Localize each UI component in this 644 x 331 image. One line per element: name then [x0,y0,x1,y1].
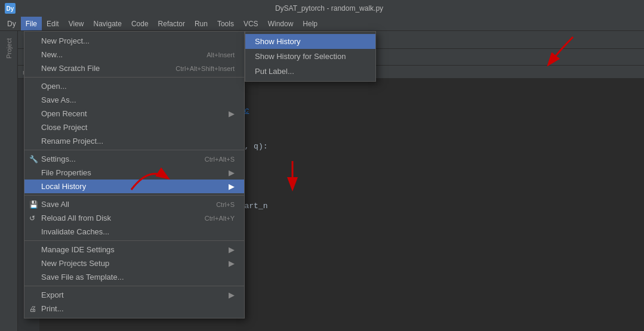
menu-file-properties[interactable]: File Properties ▶ [24,166,244,180]
menu-manage-ide[interactable]: Manage IDE Settings ▶ [24,243,244,256]
local-history-arrow: ▶ [229,182,235,191]
save-all-shortcut: Ctrl+S [216,201,235,208]
settings-label: Settings... [41,154,76,163]
settings-shortcut: Ctrl+Alt+S [205,156,235,163]
rename-project-label: Rename Project... [41,137,103,146]
separator-1 [24,77,244,78]
menu-dy[interactable]: Dy [2,17,21,30]
save-file-template-label: Save File as Template... [41,273,124,281]
submenu-put-label[interactable]: Put Label... [245,64,375,79]
menu-view[interactable]: View [64,17,89,30]
menu-invalidate-caches[interactable]: Invalidate Caches... [24,225,244,239]
menu-save-all[interactable]: 💾 Save All Ctrl+S [24,197,244,211]
put-label-label: Put Label... [255,67,294,76]
new-shortcut: Alt+Insert [207,51,235,58]
sidebar: Project [0,31,18,331]
manage-ide-arrow: ▶ [229,245,235,254]
menu-new[interactable]: New... Alt+Insert [24,48,244,61]
manage-ide-label: Manage IDE Settings [41,245,115,254]
app-logo: Dy [5,3,16,14]
menu-export[interactable]: Export ▶ [24,288,244,302]
file-menu-dropdown: New Project... New... Alt+Insert New Scr… [24,31,245,318]
submenu-show-history-selection[interactable]: Show History for Selection [245,49,375,64]
print-label: Print... [41,304,64,313]
reload-all-shortcut: Ctrl+Alt+Y [205,215,235,222]
file-properties-arrow: ▶ [229,168,235,177]
print-icon: 🖨 [29,305,36,313]
menu-help[interactable]: Help [298,17,322,30]
save-as-label: Save As... [41,95,76,104]
separator-4 [24,240,244,241]
menu-vcs[interactable]: VCS [239,17,263,30]
sidebar-tab-project[interactable]: Project [3,33,15,63]
menu-close-project[interactable]: Close Project [24,120,244,134]
close-project-label: Close Project [41,123,87,132]
show-history-label: Show History [255,37,301,46]
open-recent-label: Open Recent [41,109,87,118]
menu-refactor[interactable]: Refactor [153,17,190,30]
menu-save-as[interactable]: Save As... [24,93,244,107]
window-title: DySAT_pytorch - random_walk.py [19,4,639,13]
open-label: Open... [41,82,67,91]
local-history-label: Local History [41,182,86,191]
menu-tools[interactable]: Tools [212,17,239,30]
new-label: New... [41,50,63,59]
reload-all-label: Reload All from Disk [41,214,111,222]
separator-5 [24,286,244,286]
logo-text: Dy [7,5,14,12]
local-history-submenu: Show History Show History for Selection … [245,31,376,82]
menu-save-file-template[interactable]: Save File as Template... [24,270,244,284]
show-history-selection-label: Show History for Selection [255,52,346,61]
save-all-icon: 💾 [29,200,38,209]
export-label: Export [41,290,64,299]
menu-new-projects-setup[interactable]: New Projects Setup ▶ [24,256,244,270]
reload-icon: ↺ [29,214,35,222]
new-scratch-shortcut: Ctrl+Alt+Shift+Insert [175,65,235,72]
separator-2 [24,150,244,150]
export-arrow: ▶ [229,290,235,299]
open-recent-arrow: ▶ [229,109,235,118]
menu-reload-all[interactable]: ↺ Reload All from Disk Ctrl+Alt+Y [24,211,244,225]
menu-new-scratch[interactable]: New Scratch File Ctrl+Alt+Shift+Insert [24,61,244,75]
menu-window[interactable]: Window [263,17,298,30]
menu-edit[interactable]: Edit [42,17,64,30]
menu-run[interactable]: Run [190,17,212,30]
new-scratch-label: New Scratch File [41,64,100,73]
menu-open[interactable]: Open... [24,79,244,93]
menu-code[interactable]: Code [127,17,153,30]
menu-bar: Dy File Edit View Navigate Code Refactor… [0,17,644,31]
invalidate-caches-label: Invalidate Caches... [41,227,109,236]
file-properties-label: File Properties [41,168,91,177]
menu-open-recent[interactable]: Open Recent ▶ [24,107,244,120]
save-all-label: Save All [41,200,69,209]
title-bar: Dy DySAT_pytorch - random_walk.py [0,0,644,17]
menu-file[interactable]: File [21,17,42,30]
menu-local-history[interactable]: Local History ▶ [24,180,244,193]
submenu-show-history[interactable]: Show History [245,34,375,49]
menu-rename-project[interactable]: Rename Project... [24,134,244,148]
menu-navigate[interactable]: Navigate [89,17,127,30]
menu-new-project[interactable]: New Project... [24,34,244,48]
menu-print[interactable]: 🖨 Print... [24,302,244,315]
new-project-label: New Project... [41,36,90,45]
new-projects-setup-arrow: ▶ [229,259,235,268]
settings-icon: 🔧 [29,155,38,163]
separator-3 [24,195,244,196]
new-projects-setup-label: New Projects Setup [41,259,109,268]
menu-settings[interactable]: 🔧 Settings... Ctrl+Alt+S [24,152,244,166]
